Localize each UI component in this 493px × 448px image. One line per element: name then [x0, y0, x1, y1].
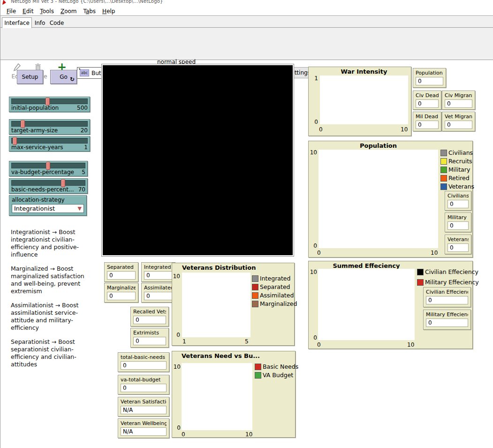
monitor-veteran-wellbeing: Veteran Wellbeing N/A — [118, 418, 169, 438]
slider-va-budget-percentage[interactable]: va-budget-percentage5 — [9, 161, 88, 176]
legend-swatch-basic-needs — [255, 364, 261, 370]
go-button[interactable]: Go ↻ — [50, 70, 77, 84]
monitor-separated: Separated 0 — [104, 262, 138, 282]
menu-file[interactable]: File — [3, 7, 19, 15]
menu-zoom[interactable]: Zoom — [57, 7, 80, 15]
slider-track[interactable] — [11, 180, 85, 186]
forever-icon: ↻ — [70, 76, 75, 83]
monitor-civ-dead: Civ Dead 0 — [413, 91, 441, 110]
monitor-assimilated: Assimilated 0 — [141, 283, 175, 303]
plot-veterans-distribution: Veterans Distribution 10 0 1 5 Integrate… — [172, 263, 295, 346]
legend-swatch-civilian-efficiency — [417, 269, 424, 275]
world-view-frame — [101, 64, 294, 257]
slider-value: 20 — [81, 127, 88, 134]
legend-swatch-veterans — [440, 183, 447, 190]
legend-swatch-civilians — [440, 150, 447, 156]
monitor-recalled-vets: Recalled Vets 0 — [130, 307, 169, 327]
slider-value: 1 — [84, 144, 88, 151]
abc-icon: abc — [80, 69, 89, 76]
slider-initial-population[interactable]: initial-population500 — [9, 97, 90, 112]
monitor-total-basic-needs: total-basic-needs 0 — [118, 352, 169, 372]
chooser-label: allocation-strategy — [12, 197, 84, 203]
monitor-civilian-efficiency: Civilian Effeciency 0 — [423, 287, 471, 307]
slider-track[interactable] — [11, 138, 88, 144]
note-marginalized: Marginalized → Boost marginalized satisf… — [11, 265, 93, 295]
monitor-veteran-satisfaction: Veteran Satisfaction N/A — [118, 397, 169, 417]
legend-swatch-marginalized — [252, 301, 258, 307]
legend-swatch-military — [440, 167, 447, 173]
menu-bar: FileEditToolsZoomTabsHelp — [0, 7, 493, 16]
monitor-military-efficiency: Military Effeciency 0 — [423, 310, 471, 330]
tab-strip: Interface Info Code — [0, 16, 493, 28]
legend-swatch-separated — [252, 284, 258, 290]
monitor-civ-migrants: Civ Migrants 0 — [442, 91, 475, 110]
plot-war-intensity: War Intensity 1 0 0 10 — [308, 67, 411, 136]
note-assimilationist: Assimilationist → Boost assimilationist … — [11, 302, 93, 332]
legend-swatch-integrated — [252, 275, 258, 282]
legend-swatch-assimilated — [252, 292, 258, 299]
legend-swatch-retired — [440, 175, 447, 182]
tab-info[interactable]: Info — [32, 17, 47, 28]
legend-swatch-military-efficiency — [417, 279, 424, 286]
setup-button[interactable]: Setup — [17, 70, 43, 84]
tab-code[interactable]: Code — [48, 17, 66, 28]
chooser-select[interactable]: Integrationist ▼ — [12, 204, 84, 213]
slider-handle[interactable] — [46, 98, 50, 106]
chooser-allocation-strategy[interactable]: allocation-strategy Integrationist ▼ — [9, 195, 87, 216]
slider-value: 500 — [77, 105, 88, 111]
slider-max-service-years[interactable]: max-service-years1 — [9, 136, 90, 152]
legend-swatch-recruits — [440, 158, 447, 165]
slider-track[interactable] — [11, 121, 88, 127]
netlogo-app-icon — [2, 0, 7, 6]
monitor-vet-migrants: Vet Migrants 0 — [442, 112, 475, 131]
slider-track[interactable] — [11, 163, 85, 168]
menu-tabs[interactable]: Tabs — [80, 7, 99, 15]
chooser-arrow-icon: ▼ — [78, 205, 82, 212]
monitor-marginalized: Marginalized 0 — [104, 283, 138, 303]
slider-handle[interactable] — [21, 120, 25, 128]
monitor-population: Population 0 — [413, 68, 446, 88]
menu-tools[interactable]: Tools — [37, 7, 57, 15]
strategy-notes: Integrationist → Boost integrationist ci… — [11, 228, 93, 375]
chooser-value: Integrationist — [14, 205, 55, 212]
slider-basic-needs-percent[interactable]: basic-needs-percent...70 — [9, 178, 88, 194]
slider-target-army-size[interactable]: target-army-size20 — [9, 119, 90, 135]
monitor-mil-dead: Mil Dead 0 — [413, 112, 441, 131]
monitor-veterans: Veterans 0 — [445, 235, 471, 254]
monitor-civilians: Civilians 0 — [445, 191, 471, 211]
slider-value: 5 — [82, 169, 85, 175]
toolbar: Edit Delete + Add abc Button ▼ normal sp… — [0, 28, 493, 60]
world-view — [103, 65, 293, 255]
monitor-va-total-budget: va-total-budget 0 — [118, 375, 169, 395]
slider-track[interactable] — [11, 99, 88, 104]
plot-need-vs-budget: Veterans Need vs Bu... 10 0 0 10 Basic N… — [172, 351, 296, 438]
monitor-military: Military 0 — [445, 213, 471, 232]
title-bar: NetLogo Mil Vet 3 - NetLogo {C:\Users\..… — [0, 0, 493, 7]
menu-edit[interactable]: Edit — [19, 7, 37, 15]
note-integrationist: Integrationist → Boost integrationist ci… — [11, 228, 93, 258]
slider-handle[interactable] — [61, 179, 65, 187]
monitor-extrimists: Extrimists 0 — [130, 328, 169, 348]
slider-value: 70 — [78, 186, 85, 193]
slider-handle[interactable] — [46, 162, 50, 170]
tab-interface[interactable]: Interface — [2, 17, 32, 28]
note-separationist: Separationist → Boost separationist civi… — [11, 338, 93, 368]
window-title: NetLogo Mil Vet 3 - NetLogo {C:\Users\..… — [11, 0, 163, 4]
menu-help[interactable]: Help — [99, 7, 118, 15]
slider-handle[interactable] — [13, 137, 17, 145]
legend-swatch-va-budget — [255, 372, 261, 379]
